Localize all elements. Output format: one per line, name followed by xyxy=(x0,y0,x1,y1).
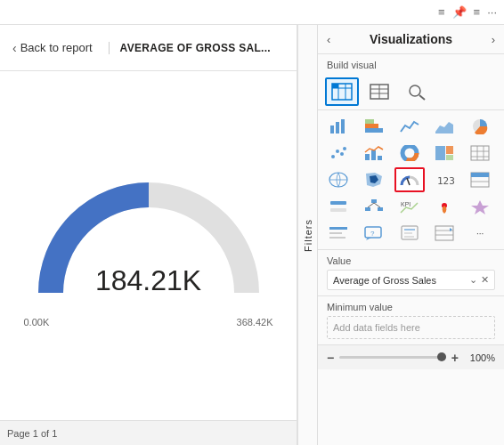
svg-rect-46 xyxy=(330,208,346,212)
svg-text:KPI: KPI xyxy=(401,201,411,207)
back-label: Back to report xyxy=(20,41,93,54)
min-value-section: Minimum value Add data fields here xyxy=(318,295,504,344)
viz-panel: ‹ Visualizations › Build visual xyxy=(317,25,504,445)
app-container: ≡ 📌 ≡ ··· ‹ Back to report AVERAGE OF GR… xyxy=(0,0,504,445)
viz-pie-chart[interactable] xyxy=(465,114,495,139)
value-section: Value Average of Gross Sales ⌄ ✕ xyxy=(318,249,504,295)
report-panel: ‹ Back to report AVERAGE OF GROSS SAL...… xyxy=(0,25,297,445)
svg-rect-11 xyxy=(330,125,334,134)
placeholder-text: Add data fields here xyxy=(333,322,420,333)
svg-marker-17 xyxy=(435,122,453,134)
page-label: Page 1 of 1 xyxy=(7,428,57,439)
back-to-report-button[interactable]: ‹ Back to report xyxy=(7,37,98,59)
build-visual-label: Build visual xyxy=(318,54,504,74)
viz-decomp[interactable] xyxy=(359,194,389,219)
svg-line-10 xyxy=(419,95,425,100)
viz-filled-map[interactable] xyxy=(359,167,389,192)
viz-bar-chart[interactable] xyxy=(323,114,354,139)
viz-table-icon[interactable] xyxy=(325,77,359,106)
svg-rect-24 xyxy=(371,150,376,160)
zoom-minus-button[interactable]: − xyxy=(327,351,334,365)
viz-panel-title: Visualizations xyxy=(370,32,452,46)
svg-rect-56 xyxy=(329,232,342,234)
viz-text[interactable] xyxy=(323,221,354,246)
viz-table2[interactable] xyxy=(465,167,495,192)
viz-number[interactable]: 123 xyxy=(429,167,459,192)
svg-rect-28 xyxy=(435,146,445,160)
value-section-label: Value xyxy=(327,255,495,266)
svg-rect-15 xyxy=(365,124,378,128)
svg-rect-23 xyxy=(365,154,370,160)
svg-rect-45 xyxy=(330,201,346,205)
svg-rect-29 xyxy=(446,146,453,154)
filter-icon[interactable]: ≡ xyxy=(474,5,481,19)
gauge-value: 184.21K xyxy=(95,264,201,297)
viz-gauge-selected[interactable] xyxy=(394,167,425,192)
viz-form-icon[interactable] xyxy=(362,77,396,106)
svg-point-22 xyxy=(343,147,346,150)
gauge-min-label: 0.00K xyxy=(24,317,50,328)
main-area: ‹ Back to report AVERAGE OF GROSS SAL...… xyxy=(0,25,504,445)
min-value-section-label: Minimum value xyxy=(327,302,495,312)
svg-rect-47 xyxy=(371,199,377,203)
viz-treemap[interactable] xyxy=(429,141,459,166)
more-icon[interactable]: ··· xyxy=(487,5,497,19)
filters-strip[interactable]: Filters xyxy=(297,25,317,445)
page-footer: Page 1 of 1 xyxy=(0,420,297,445)
svg-point-20 xyxy=(336,150,339,153)
viz-search-icon[interactable] xyxy=(400,77,434,106)
svg-rect-65 xyxy=(435,226,453,240)
value-field-icons: ⌄ ✕ xyxy=(469,274,489,286)
viz-more[interactable]: ··· xyxy=(465,221,495,246)
zoom-plus-button[interactable]: + xyxy=(451,351,459,365)
gauge-labels: 0.00K 368.42K xyxy=(24,317,273,328)
svg-rect-57 xyxy=(329,237,345,239)
expand-icon[interactable]: ⌄ xyxy=(469,274,477,286)
gauge-container: 184.21K xyxy=(24,164,273,306)
zoom-slider-thumb[interactable] xyxy=(437,352,446,361)
svg-rect-43 xyxy=(471,173,489,177)
viz-map2[interactable] xyxy=(429,194,459,219)
viz-line-chart[interactable] xyxy=(394,114,425,139)
viz-map[interactable] xyxy=(323,167,354,192)
svg-point-19 xyxy=(331,155,335,158)
viz-donut[interactable] xyxy=(394,141,425,166)
remove-icon[interactable]: ✕ xyxy=(481,274,489,286)
pin-icon[interactable]: 📌 xyxy=(452,5,467,19)
svg-rect-48 xyxy=(365,207,370,211)
svg-line-50 xyxy=(368,203,374,207)
viz-combo[interactable] xyxy=(359,141,389,166)
viz-area-chart[interactable] xyxy=(429,114,459,139)
viz-collapse-arrow[interactable]: ‹ xyxy=(327,33,330,46)
viz-top-icons xyxy=(318,74,504,110)
viz-kpi[interactable]: KPI xyxy=(394,194,425,219)
viz-matrix[interactable] xyxy=(465,141,495,166)
viz-smart-narr[interactable] xyxy=(394,221,425,246)
viz-qna[interactable]: ? xyxy=(359,221,389,246)
svg-rect-25 xyxy=(378,156,382,160)
svg-rect-16 xyxy=(365,119,374,124)
svg-point-21 xyxy=(340,152,344,156)
viz-paginated[interactable] xyxy=(429,221,459,246)
chart-area: 184.21K 0.00K 368.42K xyxy=(0,71,297,420)
viz-scatter[interactable] xyxy=(323,141,354,166)
viz-slicer[interactable] xyxy=(323,194,354,219)
add-field-placeholder[interactable]: Add data fields here xyxy=(327,316,495,339)
report-header: ‹ Back to report AVERAGE OF GROSS SAL... xyxy=(0,25,297,71)
svg-text:?: ? xyxy=(370,230,375,238)
zoom-slider[interactable] xyxy=(339,356,446,359)
value-field-text: Average of Gross Sales xyxy=(333,275,469,286)
hamburger-icon[interactable]: ≡ xyxy=(438,5,445,19)
viz-custom[interactable] xyxy=(465,194,495,219)
svg-rect-31 xyxy=(471,146,489,160)
zoom-bar: − + 100% xyxy=(318,344,504,369)
viz-stacked-bar[interactable] xyxy=(359,114,389,139)
svg-rect-55 xyxy=(329,227,347,230)
top-toolbar: ≡ 📌 ≡ ··· xyxy=(0,0,504,25)
viz-expand-arrow[interactable]: › xyxy=(492,33,495,46)
svg-rect-4 xyxy=(332,84,338,88)
value-field-chip[interactable]: Average of Gross Sales ⌄ ✕ xyxy=(327,270,495,290)
svg-text:123: 123 xyxy=(437,175,454,187)
svg-rect-13 xyxy=(341,119,345,134)
viz-panel-header: ‹ Visualizations › xyxy=(318,25,504,54)
